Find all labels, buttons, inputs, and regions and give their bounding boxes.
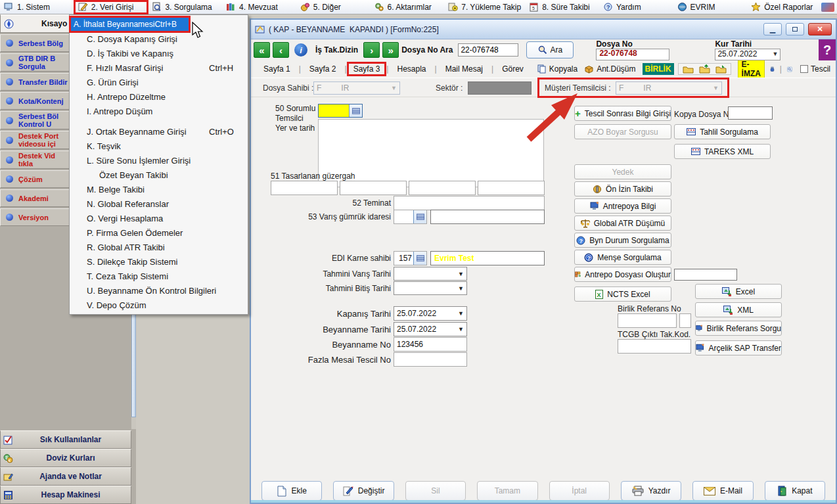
beyanname-tarihi-select[interactable]: 25.07.2022▼ <box>394 322 467 336</box>
tahlil-sorgulama-button[interactable]: Tahlil Sorgulama <box>674 124 771 139</box>
ncts-excel-button[interactable]: XNCTS Excel <box>574 286 671 302</box>
fazla-mesai-input[interactable] <box>394 352 467 367</box>
preview-search-icon[interactable] <box>787 64 792 74</box>
mense-sorgulama-button[interactable]: ?Menşe Sorgulama <box>574 250 671 265</box>
on-izin-takibi-button[interactable]: Ön İzin Takibi <box>574 181 671 196</box>
menu-item[interactable]: J. Ortak Beyanname GirişiCtrl+O <box>70 124 247 139</box>
menu-item[interactable]: S. Dilekçe Takip Sistemi <box>70 254 247 269</box>
minimize-button[interactable]: ▁ <box>763 23 782 35</box>
antrepoya-bilgi-button[interactable]: Antrepoya Bilgi <box>574 198 671 214</box>
menu-sure-takibi[interactable]: 5 8. Süre Takibi <box>525 1 599 14</box>
menu-item[interactable]: T. Ceza Takip Sistemi <box>70 269 247 283</box>
menu-item[interactable]: D. İş Takibi ve Kapanış <box>70 46 247 60</box>
tareks-xml-button[interactable]: TAREKS XML <box>674 144 771 159</box>
teminat-input[interactable] <box>394 196 545 210</box>
lookup-icon[interactable] <box>413 252 426 265</box>
prev-record-button[interactable]: ‹ <box>273 42 289 58</box>
folder-icon[interactable] <box>683 65 694 74</box>
tab-sayfa-3[interactable]: Sayfa 3 <box>348 63 386 75</box>
app-corner-icon[interactable] <box>821 3 834 12</box>
kopyala-button[interactable]: Kopyala <box>537 64 577 74</box>
menu-item[interactable]: U. Beyanname Ön Kontrol Bilgileri <box>70 283 247 298</box>
close-button[interactable]: ✕ <box>808 23 832 35</box>
folder-export-icon[interactable] <box>699 64 710 74</box>
menu-yardim[interactable]: ? Yardım <box>599 1 673 14</box>
menu-item[interactable]: K. Teşvik <box>70 139 247 153</box>
arcelik-sap-transfer-button[interactable]: Arçelik SAP Transfer <box>695 340 782 355</box>
xml-export-button[interactable]: XML <box>695 302 782 317</box>
menu-aktarimlar[interactable]: 6. Aktarımlar <box>371 1 445 14</box>
azo-boyar-button[interactable]: AZO Boyar Sorgusu <box>574 124 671 139</box>
yazdir-button[interactable]: Yazdır <box>621 481 681 501</box>
tescil-sonrasi-button[interactable]: +Tescil Sonrası Bilgi Girişi <box>574 106 671 121</box>
tab-sayfa-1[interactable]: Sayfa 1 <box>256 64 298 74</box>
edi-karne-input[interactable]: 157 <box>394 251 427 265</box>
sorumlu-temsilci-input[interactable] <box>318 104 363 118</box>
sidebar-item-ajanda-ve-notlar[interactable]: Ajanda ve Notlar <box>0 467 131 486</box>
menu-item[interactable]: Özet Beyan Takibi <box>70 168 247 182</box>
menu-item[interactable]: F. Hızlı Masraf GirişiCtrl+H <box>70 60 247 75</box>
menu-item[interactable]: M. Belge Takibi <box>70 182 247 196</box>
ant-dusum-button[interactable]: Ant.Düşüm <box>584 64 635 74</box>
first-record-button[interactable]: « <box>254 42 270 58</box>
ekle-button[interactable]: Ekle <box>261 481 322 501</box>
birlik-referans-sorgu-button[interactable]: Birlik Referans Sorgu <box>695 321 782 336</box>
tamam-button[interactable]: Tamam <box>477 481 537 501</box>
sidebar-item-hesap-makinesi[interactable]: Hesap Makinesi <box>0 486 131 504</box>
beyanname-no-input[interactable]: 123456 <box>394 337 467 352</box>
iptal-button[interactable]: İptal <box>549 481 610 501</box>
next-record-button[interactable]: › <box>363 42 380 58</box>
tab-mail-mesaj[interactable]: Mail Mesaj <box>438 64 490 74</box>
sidebar-item-sik-kullanilanlar[interactable]: Sık Kullanılanlar <box>0 430 131 449</box>
menu-item[interactable]: H. Antrepo Düzeltme <box>70 89 247 104</box>
e-imza-button[interactable]: E-İMZA <box>738 58 765 80</box>
menu-ozel-raporlar[interactable]: Özel Raporlar <box>747 1 821 14</box>
menu-evrim[interactable]: EVRIM <box>673 1 748 14</box>
kur-tarihi-select[interactable]: 25.07.2022▼ <box>715 49 780 60</box>
birlik-referans-no-input[interactable] <box>618 313 677 328</box>
kapat-button[interactable]: Kapat <box>765 481 825 501</box>
menu-sorgulama[interactable]: 3. Sorgulama <box>148 1 222 14</box>
info-icon[interactable]: i <box>294 43 307 57</box>
sidebar-item-doviz-kurlari[interactable]: $€ Doviz Kurları <box>0 449 131 467</box>
tab-gorev[interactable]: Görev <box>495 64 531 74</box>
musteri-temsilcisi-select[interactable]: F IR▼ <box>616 81 722 95</box>
sil-button[interactable]: Sil <box>405 481 466 501</box>
last-record-button[interactable]: » <box>382 42 399 58</box>
tab-sayfa-2[interactable]: Sayfa 2 <box>302 64 344 74</box>
folder-import-icon[interactable] <box>715 64 727 74</box>
usb-token-icon[interactable] <box>770 64 775 74</box>
yedek-button[interactable]: Yedek <box>574 164 671 179</box>
menu-item[interactable]: C. Dosya Kapanış Girişi <box>70 32 247 46</box>
menu-item-ithalat-beyannamesi[interactable]: A. İthalat BeyannamesiCtrl+B <box>70 17 189 32</box>
global-atr-dusumu-button[interactable]: Global ATR Düşümü <box>574 216 671 231</box>
menu-yukleme-takip[interactable]: 7. Yükleme Takip <box>444 1 525 14</box>
guzergah-input-2[interactable] <box>340 181 407 195</box>
menu-mevzuat[interactable]: 4. Mevzuat <box>222 1 296 14</box>
tescil-checkbox[interactable] <box>800 65 808 73</box>
varis-gumruk-input[interactable] <box>394 210 427 224</box>
menu-item[interactable]: V. Depo Çözüm <box>70 298 247 312</box>
byn-durum-button[interactable]: ?Byn Durum Sorgulama <box>574 233 671 248</box>
lookup-icon[interactable] <box>413 210 426 223</box>
tahmini-bitis-select[interactable]: ▼ <box>394 281 467 295</box>
lookup-icon[interactable] <box>349 104 362 117</box>
kapanis-tarihi-select[interactable]: 25.07.2022▼ <box>394 306 467 321</box>
menu-item[interactable]: R. Global ATR Takibi <box>70 240 247 254</box>
menu-item[interactable]: G. Ürün Girişi <box>70 75 247 89</box>
antrepo-dosyasi-olustur-button[interactable]: Antrepo Dosyası Oluştur <box>574 267 671 282</box>
email-button[interactable]: E-Mail <box>692 481 753 501</box>
degistir-button[interactable]: Değiştir <box>333 481 394 501</box>
menu-item[interactable]: N. Global Referanslar <box>70 196 247 211</box>
menu-item[interactable]: L. Süre Sonu İşlemler Girişi <box>70 153 247 168</box>
menu-item[interactable]: I. Antrepo Düşüm <box>70 104 247 118</box>
birlik-button[interactable]: BİRLİK <box>643 63 674 75</box>
tcgb-cikti-input[interactable] <box>618 339 691 354</box>
birlik-referans-flag-input[interactable] <box>679 313 691 328</box>
menu-item[interactable]: P. Firma Gelen Ödemeler <box>70 225 247 240</box>
menu-diger[interactable]: 5. Diğer <box>296 1 371 14</box>
window-titlebar[interactable]: ( KAP - BEYANNAME KAPANDI ) [FormNo:225]… <box>251 20 836 39</box>
dosya-no-ara-input[interactable] <box>458 43 518 57</box>
menu-sistem[interactable]: 1. Sistem <box>0 1 74 14</box>
dosya-sahibi-select[interactable]: F IR▼ <box>313 81 400 95</box>
